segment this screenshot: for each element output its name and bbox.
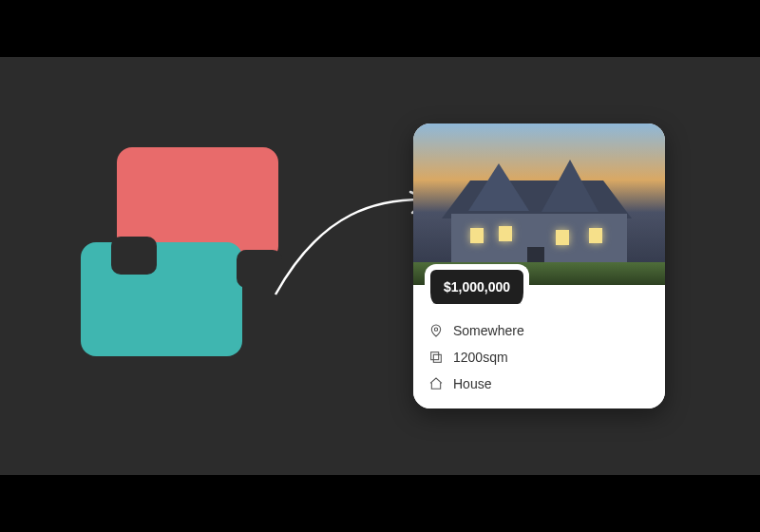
map-pin-icon (428, 323, 444, 338)
svg-rect-2 (433, 354, 441, 362)
price-value: $1,000,000 (444, 279, 510, 294)
letterbox-top (0, 0, 760, 57)
detail-row-location: Somewhere (428, 323, 650, 338)
stage: $1,000,000 Somewhere 1200sqm (0, 57, 760, 475)
property-card: $1,000,000 Somewhere 1200sqm (413, 124, 665, 408)
property-card-body: $1,000,000 Somewhere 1200sqm (413, 285, 665, 408)
arrow-icon (266, 190, 437, 323)
house-window (499, 226, 512, 241)
area-icon (428, 350, 444, 365)
price-chip: $1,000,000 (425, 264, 529, 304)
property-details: Somewhere 1200sqm House (428, 323, 650, 391)
detail-row-area: 1200sqm (428, 350, 650, 365)
svg-point-0 (434, 328, 437, 331)
house-window (589, 228, 602, 243)
house-window (556, 230, 569, 245)
letterbox-bottom (0, 475, 760, 532)
house-window (470, 228, 484, 243)
home-icon (428, 376, 444, 391)
shape-teal (81, 242, 242, 356)
interlocking-shapes (81, 147, 280, 347)
detail-label: 1200sqm (453, 350, 508, 365)
detail-label: Somewhere (453, 323, 524, 338)
detail-row-type: House (428, 376, 650, 391)
notch-cut (111, 237, 157, 275)
svg-rect-1 (431, 352, 439, 360)
property-image (413, 124, 665, 285)
house-roof (442, 180, 632, 218)
detail-label: House (453, 376, 491, 391)
